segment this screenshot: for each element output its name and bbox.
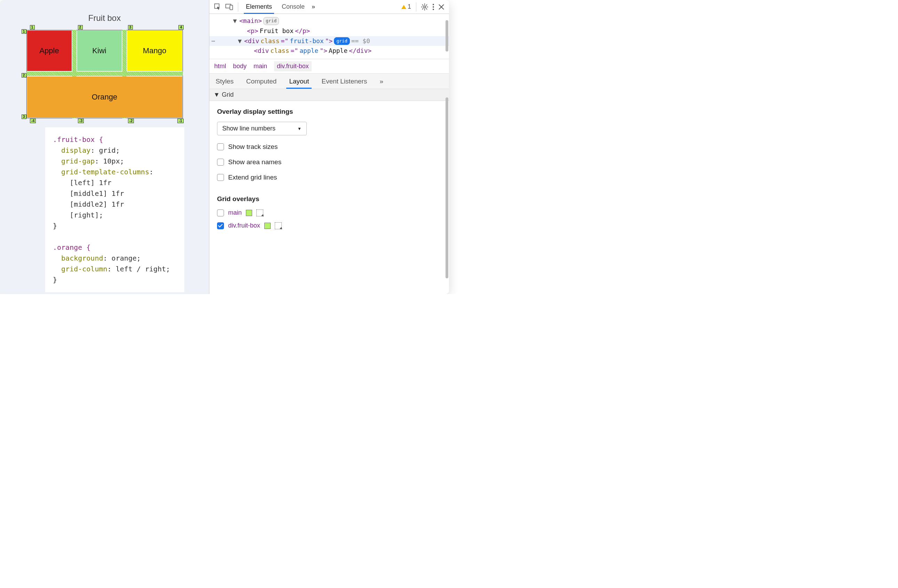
grid-line-label: 1 [30,25,35,29]
grid-line-label: 2 [78,25,83,29]
line-numbers-select[interactable]: Show line numbers ▼ [217,122,307,135]
extend-grid-lines-row[interactable]: Extend grid lines [217,174,441,181]
toolbar-separator [416,2,416,11]
subtabs: Styles Computed Layout Event Listeners » [209,74,449,89]
breadcrumb-item[interactable]: main [254,63,267,70]
show-area-names-row[interactable]: Show area names [217,158,441,166]
checkbox-label: Show area names [228,158,281,166]
cell-apple: Apple [27,31,72,71]
fruit-box-grid-overlay: Apple Kiwi Mango Orange 1 2 3 4 -4 -3 -2… [26,30,183,118]
dom-ellipsis-icon[interactable]: ⋯ [211,36,215,46]
cell-mango: Mango [127,31,182,71]
grid-row-gap [26,72,183,76]
checkbox-unchecked[interactable] [217,174,224,181]
caret-down-icon[interactable]: ▼ [238,36,243,46]
highlight-element-icon[interactable] [275,222,282,229]
chevron-down-icon: ▼ [297,126,301,131]
breadcrumb-item-active[interactable]: div.fruit-box [274,61,312,71]
grid-section-header[interactable]: ▼ Grid [209,89,449,101]
dom-node-main[interactable]: ▼ <main> grid [219,16,449,26]
overlay-name: main [228,209,242,216]
grid-line-label: -4 [30,119,36,123]
svg-point-12 [433,4,434,5]
dom-node-fruit-box[interactable]: ⋯ ▼ <div class="fruit-box"> grid == $0 [209,36,449,46]
dom-tag: <main> [239,16,262,26]
inspect-element-icon[interactable] [212,2,223,11]
breadcrumb-item[interactable]: body [233,63,247,70]
dom-attr-value: fruit-box [290,36,324,46]
dom-text: Apple [329,46,348,56]
close-devtools-icon[interactable] [437,2,446,11]
tab-console[interactable]: Console [277,0,309,14]
dom-selected-indicator: == $0 [351,36,370,46]
dom-tag: <div [254,46,269,56]
grid-overlays-title: Grid overlays [217,195,441,203]
more-tabs-button[interactable]: » [309,2,317,11]
cell-kiwi: Kiwi [77,31,122,71]
warning-count: 1 [407,3,411,11]
breadcrumb: html body main div.fruit-box [209,59,449,74]
grid-line-label: 4 [178,25,183,29]
css-code-block: .fruit-box { display: grid; grid-gap: 10… [45,127,185,292]
more-subtabs-button[interactable]: » [373,74,389,89]
toolbar-separator [238,2,238,11]
dom-tag: <p> [247,26,258,36]
color-swatch[interactable] [264,223,271,229]
settings-gear-icon[interactable] [419,2,430,11]
layout-panel-body: Overlay display settings Show line numbe… [209,101,449,236]
overlay-settings-title: Overlay display settings [217,108,441,115]
scrollbar-thumb[interactable] [446,20,448,51]
grid-line-label: 1 [22,29,26,34]
svg-point-3 [424,6,426,8]
subtab-computed[interactable]: Computed [240,74,283,89]
dom-tree[interactable]: ▼ <main> grid <p>Fruit box</p> ⋯ ▼ <div … [209,14,449,59]
warnings-badge[interactable]: 1 [399,3,413,11]
grid-line-label: -2 [128,119,134,123]
checkbox-checked[interactable] [217,222,224,229]
grid-line-label: -1 [177,119,184,123]
dom-tag: </div> [349,46,371,56]
grid-line-label: 2 [22,73,26,78]
subtab-styles[interactable]: Styles [209,74,240,89]
dom-punct: "> [320,46,327,56]
svg-line-11 [426,5,427,6]
svg-rect-2 [230,5,233,10]
checkbox-label: Extend grid lines [228,174,277,181]
grid-overlay-row-main[interactable]: main [217,209,441,216]
grid-overlay-row-fruit-box[interactable]: div.fruit-box [217,222,441,229]
scrollbar[interactable] [444,17,449,294]
dom-punct: =" [291,46,298,56]
svg-line-9 [426,8,427,9]
breadcrumb-item[interactable]: html [214,63,226,70]
dom-node-p[interactable]: <p>Fruit box</p> [219,26,449,36]
cell-orange: Orange [27,77,182,118]
checkbox-label: Show track sizes [228,143,278,151]
checkbox-unchecked[interactable] [217,159,224,166]
page-title: Fruit box [0,13,209,23]
devtools-panel: Elements Console » 1 ▼ <main> gr [209,0,449,294]
warning-icon [401,5,406,9]
app-window: Fruit box Apple Kiwi Mango Orange 1 2 3 … [0,0,449,294]
device-toggle-icon[interactable] [223,2,235,11]
dom-node-apple[interactable]: <div class="apple">Apple</div> [219,46,449,56]
color-swatch[interactable] [246,210,252,216]
dom-tag: </p> [295,26,310,36]
overlay-name: div.fruit-box [228,222,260,229]
grid-badge-selected[interactable]: grid [334,37,349,45]
caret-down-icon[interactable]: ▼ [233,16,238,26]
tab-elements[interactable]: Elements [241,0,277,14]
devtools-toolbar: Elements Console » 1 [209,0,449,14]
subtab-event-listeners[interactable]: Event Listeners [315,74,373,89]
subtab-layout[interactable]: Layout [283,74,315,89]
scrollbar-thumb[interactable] [446,97,448,279]
highlight-element-icon[interactable] [256,209,263,216]
kebab-menu-icon[interactable] [430,2,437,11]
show-track-sizes-row[interactable]: Show track sizes [217,143,441,151]
dom-attr-name: class [260,36,279,46]
checkbox-unchecked[interactable] [217,209,224,216]
dom-attr-name: class [270,46,289,56]
checkbox-unchecked[interactable] [217,143,224,150]
grid-badge[interactable]: grid [263,17,279,25]
dom-attr-value: apple [300,46,318,56]
caret-down-icon: ▼ [214,91,220,99]
